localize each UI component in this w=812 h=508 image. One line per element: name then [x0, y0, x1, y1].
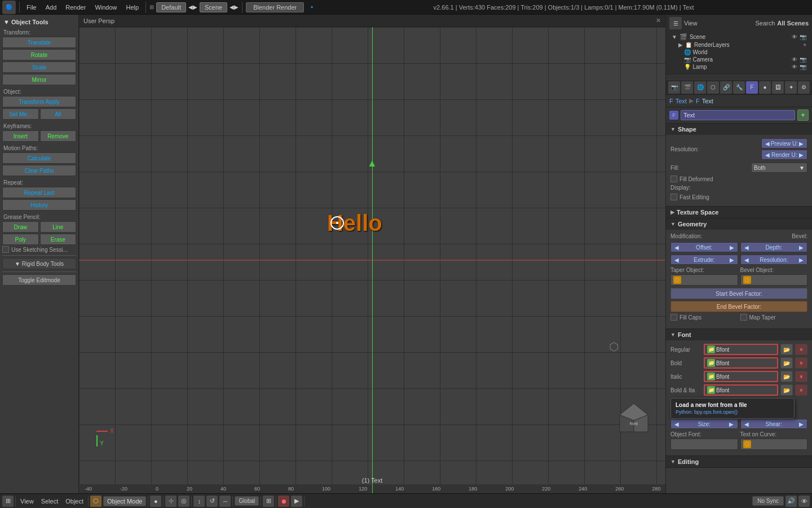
depth-btn[interactable]: ◀ Depth: ▶: [740, 242, 808, 252]
object-name-input[interactable]: [681, 110, 795, 120]
calculate-btn[interactable]: Calculate: [2, 152, 76, 164]
repeat-last-btn[interactable]: Repeat Last: [2, 187, 76, 198]
view-3d-icon[interactable]: ●: [150, 496, 161, 507]
translate-btn[interactable]: Translate: [2, 37, 76, 48]
erase-btn[interactable]: Erase: [40, 234, 77, 245]
italic-font-del[interactable]: ×: [795, 371, 807, 382]
lamp-render-icon[interactable]: 📷: [800, 64, 806, 70]
poly-btn[interactable]: Poly: [2, 234, 39, 245]
size-btn[interactable]: ◀ Size: ▶: [670, 419, 738, 429]
menu-window[interactable]: Window: [91, 3, 120, 12]
bold-font-del[interactable]: ×: [795, 357, 807, 369]
italic-font-btn[interactable]: 📁 Bfont: [704, 371, 778, 382]
rigid-body-btn[interactable]: ▼ Rigid Body Tools: [2, 258, 76, 269]
rotate-btn[interactable]: Rotate: [2, 49, 76, 60]
viewport-close-btn[interactable]: ✕: [656, 17, 661, 24]
fast-editing-checkbox[interactable]: [670, 194, 677, 200]
breadcrumb-text2[interactable]: Text: [702, 98, 713, 104]
map-taper-checkbox[interactable]: [740, 314, 747, 321]
sync-selector[interactable]: No Sync: [752, 496, 784, 506]
bold-italic-font-btn[interactable]: 📁 Bfont: [704, 384, 778, 396]
scale-btn[interactable]: Scale: [2, 62, 76, 73]
render-props-icon[interactable]: 📷: [668, 81, 680, 94]
bevel-res-btn[interactable]: ◀ Resolution: ▶: [740, 255, 808, 265]
scene-render-icon[interactable]: 📷: [800, 34, 806, 40]
use-sketching-checkbox[interactable]: [2, 246, 9, 253]
regular-font-btn[interactable]: 📁 Bfont: [704, 344, 778, 355]
fill-caps-checkbox[interactable]: [670, 314, 677, 321]
all-btn[interactable]: All: [40, 108, 77, 120]
workspace-selector[interactable]: Default: [156, 2, 186, 12]
outliner-menu-btn[interactable]: ☰: [669, 17, 682, 29]
line-btn[interactable]: Line: [40, 221, 77, 233]
constraints-icon[interactable]: 🔗: [720, 81, 732, 94]
taper-input[interactable]: ⬡: [670, 274, 738, 286]
object-mode-icon[interactable]: ⬡: [90, 496, 102, 507]
viewport-type-icon[interactable]: ⊞: [2, 496, 14, 507]
render-engine-selector[interactable]: Blender Render: [246, 2, 304, 12]
regular-font-browse[interactable]: 📂: [780, 344, 793, 355]
layers-icon[interactable]: ⊞: [263, 496, 274, 507]
toggle-editmode-btn[interactable]: Toggle Editmode: [2, 274, 76, 286]
offset-btn[interactable]: ◀ Offset: ▶: [670, 242, 738, 252]
pivot-selector[interactable]: Global: [235, 496, 259, 506]
menu-help[interactable]: Help: [123, 3, 143, 12]
snap-icon[interactable]: ⊹: [165, 496, 176, 507]
physics-icon[interactable]: ⚙: [798, 81, 810, 94]
world-props-icon[interactable]: 🌐: [694, 81, 706, 94]
scale-manipulator-icon[interactable]: ↔: [219, 496, 231, 507]
end-bevel-btn[interactable]: End Bevel Factor:: [670, 301, 807, 312]
breadcrumb-text1[interactable]: Text: [676, 98, 687, 104]
fill-dropdown[interactable]: Both ▼: [751, 163, 807, 173]
materials-icon[interactable]: ●: [759, 81, 771, 94]
text-on-curve-input[interactable]: ⬡: [740, 439, 808, 450]
bevel-input[interactable]: ⬡: [740, 274, 808, 286]
record-icon[interactable]: ⏺: [278, 496, 289, 507]
shape-section-header[interactable]: ▼ Shape: [666, 124, 812, 135]
camera-render-icon[interactable]: 📷: [800, 56, 806, 63]
geometry-section-header[interactable]: ▼ Geometry: [666, 218, 812, 230]
italic-font-browse[interactable]: 📂: [780, 371, 793, 382]
object-props-icon[interactable]: ⬡: [707, 81, 719, 94]
lamp-eye-icon[interactable]: 👁: [792, 64, 797, 70]
outliner-scrollbar[interactable]: [666, 75, 812, 80]
start-bevel-btn[interactable]: Start Bevel Factor:: [670, 288, 807, 299]
editing-section-header[interactable]: ▼ Editing: [666, 456, 812, 467]
font-section-header[interactable]: ▼ Font: [666, 329, 812, 340]
rotate-manipulator-icon[interactable]: ↺: [206, 496, 218, 507]
object-menu-bt[interactable]: Object: [63, 497, 86, 506]
object-add-btn[interactable]: +: [797, 110, 809, 121]
extrude-btn[interactable]: ◀ Extrude: ▶: [670, 255, 738, 265]
menu-add[interactable]: Add: [42, 3, 60, 12]
select-menu-bt[interactable]: Select: [38, 497, 61, 506]
renderlayers-add-icon[interactable]: +: [803, 42, 806, 48]
bold-italic-font-browse[interactable]: 📂: [780, 384, 793, 396]
bold-font-browse[interactable]: 📂: [780, 357, 793, 369]
scene-props-icon[interactable]: 🎬: [681, 81, 693, 94]
remove-btn[interactable]: Remove: [40, 130, 77, 142]
draw-btn[interactable]: Draw: [2, 221, 39, 233]
mirror-btn[interactable]: Mirror: [2, 74, 76, 85]
view-icon2[interactable]: 👁: [798, 496, 810, 507]
history-btn[interactable]: History: [2, 199, 76, 211]
menu-render[interactable]: Render: [62, 3, 89, 12]
play-icon[interactable]: ▶: [291, 496, 302, 507]
viewport-canvas[interactable]: -40 -20 0 20 40 60 80 100 120 140 160 18…: [79, 27, 665, 493]
preview-u-btn[interactable]: ◀ Preview U: ▶: [761, 138, 807, 148]
particles-icon[interactable]: ✦: [785, 81, 797, 94]
object-font-input[interactable]: [670, 439, 738, 450]
insert-btn[interactable]: Insert: [2, 130, 39, 142]
search-menu[interactable]: Search: [756, 20, 775, 27]
regular-font-del[interactable]: ×: [795, 344, 807, 355]
bold-font-btn[interactable]: 📁 Bfont: [704, 357, 778, 369]
camera-eye-icon[interactable]: 👁: [792, 56, 797, 63]
audio-icon[interactable]: 🔊: [785, 496, 797, 507]
clear-paths-btn[interactable]: Clear Paths: [2, 165, 76, 176]
scene-selector[interactable]: Scene: [200, 2, 227, 12]
modifiers-icon[interactable]: 🔧: [733, 81, 745, 94]
menu-file[interactable]: File: [23, 3, 40, 12]
textures-icon[interactable]: 🖼: [772, 81, 784, 94]
fill-deformed-checkbox[interactable]: [670, 176, 677, 182]
transform-manipulator-icon[interactable]: ↕: [193, 496, 205, 507]
view-menu[interactable]: View: [684, 20, 753, 27]
